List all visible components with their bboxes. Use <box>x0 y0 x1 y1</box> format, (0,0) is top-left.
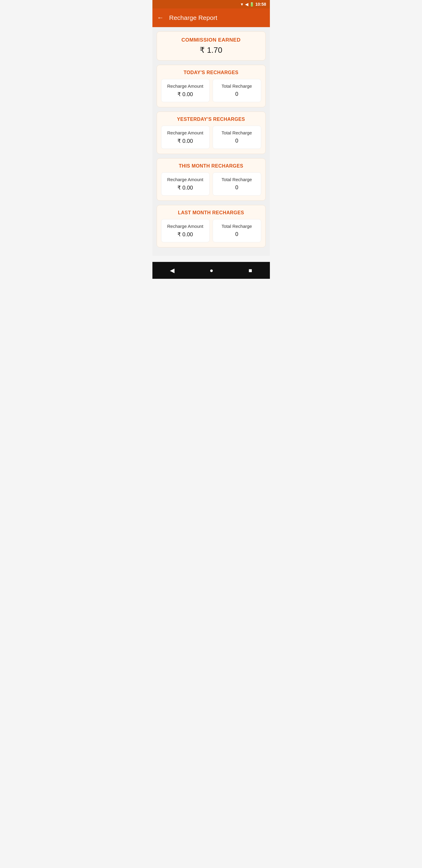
commission-amount: ₹ 1.70 <box>161 45 261 55</box>
last-month-total-recharge-label: Total Recharge <box>217 224 257 229</box>
commission-title: COMMISSION EARNED <box>161 37 261 43</box>
status-icons: ▼ ◀ 🔋 10:58 <box>240 2 266 7</box>
signal-icon: ◀ <box>245 2 248 7</box>
last-month-recharge-amount-value: ₹ 0.00 <box>165 231 206 238</box>
today-title: TODAY'S RECHARGES <box>161 70 261 75</box>
last-month-recharge-amount-label: Recharge Amount <box>165 224 206 229</box>
yesterday-total-recharge-value: 0 <box>217 138 257 144</box>
this-month-total-recharge-label: Total Recharge <box>217 177 257 182</box>
status-bar: ▼ ◀ 🔋 10:58 <box>153 0 270 8</box>
commission-card: COMMISSION EARNED ₹ 1.70 <box>157 31 266 61</box>
nav-back-button[interactable]: ◀ <box>170 267 174 274</box>
wifi-icon: ▼ <box>240 2 244 7</box>
yesterday-section: YESTERDAY'S RECHARGES Recharge Amount ₹ … <box>157 112 266 154</box>
today-stats-row: Recharge Amount ₹ 0.00 Total Recharge 0 <box>161 79 261 102</box>
last-month-section: LAST MONTH RECHARGES Recharge Amount ₹ 0… <box>157 205 266 247</box>
back-button[interactable]: ← <box>157 14 164 22</box>
today-section: TODAY'S RECHARGES Recharge Amount ₹ 0.00… <box>157 65 266 107</box>
last-month-total-recharge-value: 0 <box>217 231 257 238</box>
today-total-recharge-value: 0 <box>217 91 257 97</box>
today-recharge-amount-box: Recharge Amount ₹ 0.00 <box>161 79 209 102</box>
yesterday-total-recharge-box: Total Recharge 0 <box>213 126 261 149</box>
yesterday-recharge-amount-value: ₹ 0.00 <box>165 138 206 144</box>
today-recharge-amount-label: Recharge Amount <box>165 84 206 89</box>
yesterday-stats-row: Recharge Amount ₹ 0.00 Total Recharge 0 <box>161 126 261 149</box>
last-month-stats-row: Recharge Amount ₹ 0.00 Total Recharge 0 <box>161 219 261 242</box>
page-title: Recharge Report <box>169 14 218 22</box>
bottom-navigation: ◀ ● ■ <box>153 262 270 279</box>
this-month-total-recharge-box: Total Recharge 0 <box>213 173 261 195</box>
this-month-recharge-amount-label: Recharge Amount <box>165 177 206 182</box>
this-month-title: THIS MONTH RECHARGES <box>161 163 261 169</box>
app-header: ← Recharge Report <box>153 8 270 27</box>
last-month-total-recharge-box: Total Recharge 0 <box>213 219 261 242</box>
today-total-recharge-label: Total Recharge <box>217 84 257 89</box>
yesterday-recharge-amount-box: Recharge Amount ₹ 0.00 <box>161 126 209 149</box>
main-content: COMMISSION EARNED ₹ 1.70 TODAY'S RECHARG… <box>153 27 270 256</box>
this-month-stats-row: Recharge Amount ₹ 0.00 Total Recharge 0 <box>161 173 261 195</box>
nav-recent-button[interactable]: ■ <box>249 267 252 274</box>
last-month-title: LAST MONTH RECHARGES <box>161 210 261 216</box>
battery-icon: 🔋 <box>250 2 254 7</box>
yesterday-total-recharge-label: Total Recharge <box>217 130 257 135</box>
this-month-recharge-amount-box: Recharge Amount ₹ 0.00 <box>161 173 209 195</box>
last-month-recharge-amount-box: Recharge Amount ₹ 0.00 <box>161 219 209 242</box>
this-month-section: THIS MONTH RECHARGES Recharge Amount ₹ 0… <box>157 158 266 201</box>
status-time: 10:58 <box>255 2 266 7</box>
yesterday-title: YESTERDAY'S RECHARGES <box>161 117 261 122</box>
yesterday-recharge-amount-label: Recharge Amount <box>165 130 206 135</box>
today-total-recharge-box: Total Recharge 0 <box>213 79 261 102</box>
this-month-recharge-amount-value: ₹ 0.00 <box>165 184 206 191</box>
today-recharge-amount-value: ₹ 0.00 <box>165 91 206 98</box>
nav-home-button[interactable]: ● <box>209 267 213 274</box>
this-month-total-recharge-value: 0 <box>217 184 257 191</box>
